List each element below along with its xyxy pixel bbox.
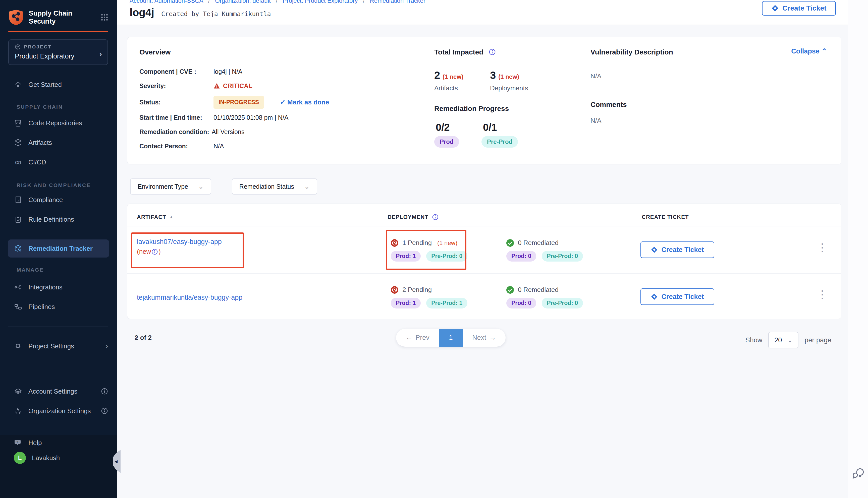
sidebar-item-label: Organization Settings — [28, 407, 91, 415]
preprod-badge: Pre-Prod: 0 — [426, 251, 467, 262]
gear-icon — [14, 342, 22, 350]
create-ticket-button-row[interactable]: Create Ticket — [640, 288, 714, 305]
prod-badge: Prod: 1 — [391, 251, 421, 262]
sidebar-item-rule-definitions[interactable]: Rule Definitions — [0, 210, 117, 229]
chat-bubbles-icon[interactable] — [851, 467, 865, 481]
page-subtitle: Created by Teja Kummarikuntla — [161, 10, 271, 17]
column-header-deployment: DEPLOYMENT — [388, 214, 439, 220]
sidebar: Supply ChainSecurity PROJECT Product Exp… — [0, 0, 117, 498]
breadcrumb-remediation-tracker[interactable]: Remediation Tracker — [370, 0, 426, 4]
code-repo-icon — [14, 119, 22, 127]
deployments-label: Deployments — [490, 84, 546, 92]
mark-as-done-link[interactable]: ✓ Mark as done — [280, 99, 329, 106]
sidebar-item-label: Pipelines — [28, 303, 55, 311]
artifact-link[interactable]: lavakush07/easy-buggy-app — [137, 238, 222, 246]
comments-value: N/A — [591, 117, 821, 124]
column-header-artifact: ARTIFACT ▲ — [137, 214, 174, 220]
sidebar-item-label: Integrations — [28, 284, 63, 291]
sidebar-item-help[interactable]: ? Help — [0, 435, 117, 450]
pending-new-count: (1 new) — [437, 239, 457, 247]
component-value: log4j | N/A — [213, 68, 242, 75]
overview-card: Overview Component | CVE : log4j | N/A S… — [127, 37, 841, 165]
pending-count: 1 Pending — [402, 239, 432, 247]
sidebar-item-label: Remediation Tracker — [28, 245, 93, 252]
chevron-down-icon: ⌄ — [198, 183, 204, 191]
create-ticket-button-header[interactable]: Create Ticket — [762, 1, 836, 16]
pending-count: 2 Pending — [402, 286, 432, 294]
per-page-label: per page — [804, 336, 831, 344]
artifacts-table: ARTIFACT ▲ DEPLOYMENT CREATE TICKET lava… — [127, 204, 841, 319]
info-icon[interactable] — [101, 388, 108, 395]
chevron-down-icon: ⌄ — [304, 183, 310, 191]
chevron-down-icon: ⌄ — [787, 337, 792, 344]
column-header-create-ticket: CREATE TICKET — [642, 214, 689, 220]
per-page-select[interactable]: 20 ⌄ — [768, 332, 799, 349]
svg-text:?: ? — [16, 441, 18, 444]
prod-badge: Prod — [434, 136, 459, 148]
remediation-progress-title: Remediation Progress — [434, 105, 565, 113]
pending-clock-icon — [391, 286, 398, 294]
sidebar-item-remediation-tracker[interactable]: Remediation Tracker — [8, 239, 109, 258]
sidebar-item-cicd[interactable]: ∞ CI/CD — [0, 152, 117, 172]
sidebar-item-code-repositories[interactable]: Code Repositories — [0, 113, 117, 133]
per-page-control: Show 20 ⌄ per page — [746, 332, 831, 349]
time-value: 01/10/2025 01:08 pm | N/A — [213, 114, 288, 121]
preprod-badge: Pre-Prod — [481, 136, 518, 148]
chevron-up-icon: ⌃ — [821, 48, 827, 55]
sidebar-item-label: Get Started — [28, 81, 62, 89]
page-header: Account: Automation-SSCA / Organization:… — [117, 0, 848, 25]
sidebar-item-integrations[interactable]: Integrations — [0, 277, 117, 297]
create-ticket-button-row[interactable]: Create Ticket — [640, 241, 714, 258]
shield-logo-icon — [8, 9, 24, 26]
brand: Supply ChainSecurity — [8, 9, 109, 26]
warning-triangle-icon — [213, 83, 220, 89]
info-icon[interactable] — [432, 214, 439, 220]
sidebar-item-pipelines[interactable]: Pipelines — [0, 297, 117, 316]
row-menu-kebab-icon[interactable]: ⋮ — [817, 242, 828, 253]
org-gear-icon — [14, 407, 22, 415]
filters-row: Environment Type ⌄ Remediation Status ⌄ — [130, 179, 848, 195]
arrow-left-icon: ← — [406, 334, 412, 342]
prod-progress-value: 0/2 — [434, 122, 481, 133]
collapse-toggle[interactable]: Collapse ⌃ — [791, 47, 827, 55]
layers-gear-icon — [14, 387, 22, 395]
artifact-cell: tejakummarikuntla/easy-buggy-app — [137, 294, 242, 301]
artifact-link[interactable]: tejakummarikuntla/easy-buggy-app — [137, 294, 242, 301]
prev-page-button[interactable]: ← Prev — [396, 329, 439, 346]
sidebar-item-account-settings[interactable]: Account Settings — [0, 381, 117, 401]
sidebar-item-organization-settings[interactable]: Organization Settings — [0, 401, 117, 421]
info-icon[interactable] — [152, 249, 158, 255]
sidebar-item-project-settings[interactable]: Project Settings › — [0, 336, 117, 356]
box-edit-icon — [14, 244, 22, 253]
info-icon[interactable] — [489, 49, 496, 55]
sidebar-item-user[interactable]: L Lavakush — [0, 450, 117, 466]
project-selector[interactable]: PROJECT Product Exploratory › — [8, 39, 108, 65]
sidebar-item-label: Project Settings — [28, 342, 74, 350]
time-label: Start time | End time: — [139, 114, 213, 121]
breadcrumb-organization[interactable]: Organization: default — [215, 0, 271, 4]
ticket-diamond-icon — [651, 293, 658, 300]
environment-type-filter[interactable]: Environment Type ⌄ — [130, 179, 211, 195]
artifacts-new-count: (1 new) — [442, 73, 463, 80]
sidebar-item-artifacts[interactable]: Artifacts — [0, 133, 117, 152]
deployments-count: 3(1 new) — [490, 69, 546, 81]
sidebar-item-get-started[interactable]: Get Started — [0, 77, 117, 92]
app-grid-icon[interactable] — [100, 13, 109, 22]
clipboard-check-icon — [14, 215, 22, 223]
row-menu-kebab-icon[interactable]: ⋮ — [817, 289, 828, 300]
info-icon[interactable] — [101, 407, 108, 415]
main-content: Account: Automation-SSCA / Organization:… — [117, 0, 848, 498]
severity-value: CRITICAL — [213, 82, 252, 90]
share-branch-icon — [14, 283, 22, 291]
sort-asc-icon[interactable]: ▲ — [169, 214, 174, 220]
sidebar-item-label: Help — [28, 439, 42, 447]
sidebar-item-compliance[interactable]: Compliance — [0, 190, 117, 210]
breadcrumb-account[interactable]: Account: Automation-SSCA — [130, 0, 203, 4]
sidebar-divider — [8, 327, 108, 327]
breadcrumb-project[interactable]: Project: Product Exploratory — [283, 0, 358, 4]
next-page-button[interactable]: Next → — [463, 329, 506, 346]
remediation-status-filter[interactable]: Remediation Status ⌄ — [232, 179, 317, 195]
document-search-icon — [14, 196, 22, 204]
pending-clock-icon — [391, 239, 398, 247]
current-page-button[interactable]: 1 — [439, 329, 463, 346]
